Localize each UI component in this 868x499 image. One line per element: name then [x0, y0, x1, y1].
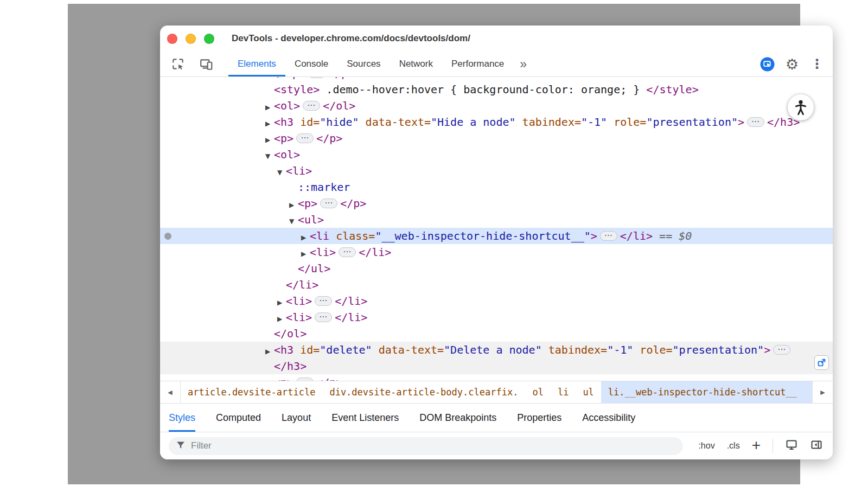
rendering-emulation-icon[interactable]: [785, 438, 798, 453]
minimize-button[interactable]: [186, 34, 196, 44]
disclosure-collapsed-icon[interactable]: ▶: [277, 311, 286, 327]
tab-network[interactable]: Network: [390, 52, 442, 76]
code-token-attr: class=: [329, 229, 375, 242]
dom-tree-row[interactable]: ▶<ol>⋯</ol>: [160, 98, 833, 114]
dom-tree-row[interactable]: </ol>: [160, 325, 833, 342]
device-toolbar-icon[interactable]: [197, 55, 215, 73]
code-token-attr: tabindex=: [516, 116, 581, 129]
breadcrumb-item-article-devsite-article[interactable]: article.devsite-article: [181, 381, 322, 403]
dom-tree-row[interactable]: </li>: [160, 277, 833, 293]
toolbar-left-icons: [160, 52, 228, 76]
accessibility-person-icon[interactable]: [788, 94, 814, 120]
breadcrumb-scroll-right-icon[interactable]: ▶: [812, 381, 833, 403]
code-token-tag: <ul>: [298, 213, 324, 226]
computed-sidebar-toggle-icon[interactable]: [810, 438, 823, 453]
expand-children-ellipsis-button[interactable]: ⋯: [315, 296, 332, 306]
new-style-rule-button[interactable]: +: [752, 438, 761, 453]
tab-layout[interactable]: Layout: [282, 404, 311, 432]
settings-gear-icon[interactable]: ⚙: [783, 55, 801, 73]
breadcrumb-item-li[interactable]: li: [551, 381, 576, 403]
expand-children-ellipsis-button[interactable]: ⋯: [320, 199, 337, 208]
dom-tree-row[interactable]: ▼<ol>: [160, 146, 833, 163]
code-token-grayi: $0: [679, 229, 692, 242]
disclosure-collapsed-icon[interactable]: ▶: [301, 246, 310, 262]
code-token-tag: </p>: [316, 132, 342, 145]
inspect-element-icon[interactable]: [169, 55, 187, 73]
breadcrumb-item-ul[interactable]: ul: [576, 381, 601, 403]
expand-children-ellipsis-button[interactable]: ⋯: [773, 345, 790, 355]
tab-event-listeners[interactable]: Event Listeners: [331, 404, 399, 432]
breadcrumb-scroll-left-icon[interactable]: ◀: [160, 381, 181, 403]
dom-tree-row[interactable]: </h3>: [160, 358, 833, 374]
styles-filter-bar: :hov .cls +: [160, 432, 833, 459]
dom-tree-row[interactable]: ::marker: [160, 179, 833, 195]
disclosure-collapsed-icon[interactable]: ▶: [277, 295, 286, 311]
element-classes-button[interactable]: .cls: [727, 441, 740, 451]
disclosure-collapsed-icon[interactable]: ▶: [265, 132, 274, 148]
tab-computed[interactable]: Computed: [216, 404, 261, 432]
code-token-attr: id=: [293, 343, 320, 356]
dom-tree-row[interactable]: ▼<ul>: [160, 212, 833, 228]
more-tabs-chevron-icon[interactable]: »: [513, 52, 533, 76]
expand-children-ellipsis-button[interactable]: ⋯: [747, 117, 764, 127]
tab-sources[interactable]: Sources: [337, 52, 390, 76]
tab-accessibility[interactable]: Accessibility: [582, 404, 635, 432]
dom-tree-row[interactable]: ▶<li>⋯</li>: [160, 244, 833, 260]
tab-properties[interactable]: Properties: [517, 404, 561, 432]
expand-children-ellipsis-button[interactable]: ⋯: [303, 101, 320, 111]
styles-filter-input[interactable]: [191, 440, 676, 451]
devtools-window: DevTools - developer.chrome.com/docs/dev…: [160, 25, 833, 459]
pop-out-overlay-icon[interactable]: [814, 355, 829, 370]
dom-tree-row[interactable]: ▶<li class="__web-inspector-hide-shortcu…: [160, 228, 833, 244]
tab-console[interactable]: Console: [285, 52, 337, 76]
code-token-tag: <p>: [274, 132, 293, 145]
expand-children-ellipsis-button[interactable]: ⋯: [296, 133, 314, 143]
breadcrumb-item-ol[interactable]: ol: [525, 381, 550, 403]
tab-styles[interactable]: Styles: [169, 404, 195, 432]
traffic-lights: [160, 34, 214, 44]
disclosure-collapsed-icon[interactable]: ▶: [265, 376, 274, 381]
expand-children-ellipsis-button[interactable]: ⋯: [308, 77, 326, 78]
dom-tree-row[interactable]: ▶<h3 id="delete" data-text="Delete a nod…: [160, 342, 833, 358]
disclosure-collapsed-icon[interactable]: ▶: [265, 116, 274, 132]
code-token-tag: >: [764, 343, 770, 356]
dom-tree-row[interactable]: ▶<li>⋯</li>: [160, 293, 833, 309]
disclosure-collapsed-icon[interactable]: ▶: [265, 99, 274, 116]
dom-tree-row[interactable]: ▶<p>⋯</p>: [160, 195, 833, 212]
code-token-tag: </p>: [340, 197, 366, 210]
dom-tree-row[interactable]: ▼<li>: [160, 163, 833, 179]
close-button[interactable]: [167, 34, 177, 44]
tab-dom-breakpoints[interactable]: DOM Breakpoints: [419, 404, 496, 432]
disclosure-expanded-icon[interactable]: ▼: [289, 213, 298, 229]
breadcrumb-item-div-devsite-article-body-clearfix-[interactable]: div.devsite-article-body.clearfix.: [322, 381, 525, 403]
code-token-tag: </li>: [335, 295, 367, 308]
expand-children-ellipsis-button[interactable]: ⋯: [600, 231, 617, 241]
dom-tree-row[interactable]: ▶<p>⋯</p>: [160, 374, 833, 381]
dom-tree-row[interactable]: </ul>: [160, 260, 833, 277]
code-token-val: "presentation": [673, 343, 764, 356]
filter-pill[interactable]: [169, 437, 683, 455]
window-title: DevTools - developer.chrome.com/docs/dev…: [232, 33, 470, 44]
kebab-menu-icon[interactable]: ⋮: [808, 55, 826, 73]
disclosure-expanded-icon[interactable]: ▼: [277, 164, 286, 181]
toggle-element-state-button[interactable]: :hov: [698, 441, 714, 451]
titlebar: DevTools - developer.chrome.com/docs/dev…: [160, 25, 833, 52]
code-token-tag: <li>: [286, 164, 312, 177]
tab-performance[interactable]: Performance: [442, 52, 513, 76]
expand-children-ellipsis-button[interactable]: ⋯: [315, 312, 332, 322]
dom-tree-row[interactable]: ▶<h3 id="hide" data-text="Hide a node" t…: [160, 114, 833, 130]
breadcrumb-item-li-web-inspector-hide-shortcut-[interactable]: li.__web-inspector-hide-shortcut__: [601, 381, 812, 403]
disclosure-expanded-icon[interactable]: ▼: [265, 148, 274, 164]
tab-elements[interactable]: Elements: [228, 52, 285, 76]
disclosure-collapsed-icon[interactable]: ▶: [301, 229, 310, 246]
zoom-button[interactable]: [204, 34, 214, 44]
expand-children-ellipsis-button[interactable]: ⋯: [339, 247, 356, 257]
screencast-icon[interactable]: [758, 55, 776, 73]
code-token-attr: tabindex=: [542, 343, 607, 356]
dom-tree-row[interactable]: ▶<p>⋯</p>: [160, 130, 833, 146]
dom-tree-row[interactable]: ▶<p>⋯</p>: [160, 77, 833, 81]
disclosure-collapsed-icon[interactable]: ▶: [289, 197, 298, 213]
dom-tree-row[interactable]: <style> .demo--hover:hover { background-…: [160, 81, 833, 98]
dom-tree-row[interactable]: ▶<li>⋯</li>: [160, 309, 833, 325]
disclosure-collapsed-icon[interactable]: ▶: [265, 343, 274, 360]
